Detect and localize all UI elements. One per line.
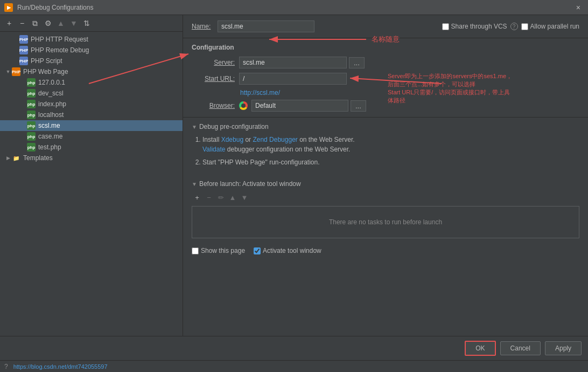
right-panel: Name: Share through VCS ? Allow parallel… — [183, 15, 588, 336]
debug-section: ▼ Debug pre-configuration Install Xdebug… — [183, 118, 588, 176]
url-link[interactable]: http://scsl.me/ — [240, 89, 579, 97]
ok-button[interactable]: OK — [465, 341, 495, 356]
collapse-arrow: ▼ — [192, 124, 197, 130]
tree-item-label: 127.0.0.1 — [38, 79, 65, 86]
php-icon: php — [27, 89, 36, 98]
server-row: Server: scsl.me ... — [192, 57, 579, 68]
expand-icon — [19, 111, 27, 119]
validate-link[interactable]: Validate — [202, 146, 225, 153]
zend-debugger-link[interactable]: Zend Debugger — [253, 136, 297, 143]
app-icon: ▶ — [4, 3, 13, 12]
left-toolbar: + − ⧉ ⚙ ▲ ▼ ⇅ — [0, 15, 183, 32]
move-down-button[interactable]: ▼ — [68, 17, 80, 29]
bl-edit-button[interactable]: ✏ — [215, 192, 226, 203]
tree-item-label: index.php — [38, 100, 66, 108]
before-launch-title: Before launch: Activate tool window — [199, 180, 301, 188]
debug-preconfiguration-header[interactable]: ▼ Debug pre-configuration — [192, 123, 579, 130]
php-icon: PHP — [19, 46, 28, 54]
activate-tool-input[interactable] — [254, 247, 261, 254]
xdebug-link[interactable]: Xdebug — [221, 136, 243, 143]
show-page-label: Show this page — [201, 247, 245, 254]
expand-icon — [12, 57, 19, 65]
apply-button[interactable]: Apply — [545, 341, 582, 355]
tree-item-templates[interactable]: ▶ 📁 Templates — [0, 153, 183, 163]
debug-steps: Install Xdebug or Zend Debugger on the W… — [192, 135, 579, 167]
config-section: Configuration Server: scsl.me ... — [183, 38, 588, 118]
tree-item-php-script[interactable]: PHP PHP Script — [0, 56, 183, 66]
activate-tool-checkbox[interactable]: Activate tool window — [254, 247, 321, 254]
before-launch-header[interactable]: ▼ Before launch: Activate tool window — [192, 180, 579, 188]
dialog-footer: OK Cancel Apply — [0, 336, 588, 360]
copy-config-button[interactable]: ⧉ — [29, 17, 41, 29]
share-vcs-checkbox[interactable]: Share through VCS — [442, 23, 507, 30]
browser-dots-button[interactable]: ... — [351, 100, 366, 112]
name-row: Name: Share through VCS ? Allow parallel… — [183, 15, 588, 38]
tree-item-localhost[interactable]: php localhost — [0, 109, 183, 120]
before-launch-toolbar: + − ✏ ▲ ▼ — [192, 192, 579, 203]
tree-item-index[interactable]: php index.php — [0, 99, 183, 109]
status-bar: ? https://blog.csdn.net/dmt742055597 — [0, 360, 588, 372]
config-tree: PHP PHP HTTP Request PHP PHP Remote Debu… — [0, 32, 183, 336]
expand-icon — [19, 143, 27, 151]
remove-config-button[interactable]: − — [16, 17, 28, 29]
show-page-checkbox[interactable]: Show this page — [192, 247, 245, 254]
move-up-button[interactable]: ▲ — [55, 17, 67, 29]
start-url-input[interactable] — [239, 73, 347, 85]
activate-tool-label: Activate tool window — [263, 247, 321, 254]
server-select-wrap: scsl.me — [239, 57, 347, 68]
title-bar: ▶ Run/Debug Configurations × — [0, 0, 588, 15]
browser-select-wrap: Default — [251, 100, 348, 112]
bl-up-button[interactable]: ▲ — [227, 192, 238, 203]
tree-item-php-http-request[interactable]: PHP PHP HTTP Request — [0, 34, 183, 45]
dialog-body: + − ⧉ ⚙ ▲ ▼ ⇅ PHP PHP HTTP Request PHP — [0, 15, 588, 336]
tree-item-label: localhost — [38, 111, 64, 119]
php-icon: php — [27, 100, 36, 108]
bl-down-button[interactable]: ▼ — [239, 192, 250, 203]
cancel-button[interactable]: Cancel — [500, 341, 541, 355]
share-vcs-help-icon[interactable]: ? — [510, 23, 518, 30]
add-config-button[interactable]: + — [3, 17, 15, 29]
tree-item-case-me[interactable]: php case.me — [0, 131, 183, 142]
close-button[interactable]: × — [573, 3, 584, 12]
php-icon: php — [27, 143, 36, 151]
browser-row: Browser: Default ... — [192, 100, 579, 112]
tree-item-dev-scsl[interactable]: php dev_scsl — [0, 88, 183, 99]
bl-remove-button[interactable]: − — [204, 192, 214, 203]
share-vcs-input[interactable] — [442, 23, 449, 30]
tree-item-label: PHP HTTP Request — [31, 36, 88, 43]
parallel-run-input[interactable] — [521, 23, 528, 30]
browser-label: Browser: — [192, 102, 235, 109]
server-dots-button[interactable]: ... — [349, 57, 365, 68]
bl-add-button[interactable]: + — [192, 192, 202, 203]
server-control: scsl.me ... — [239, 57, 365, 68]
sort-button[interactable]: ⇅ — [81, 17, 93, 29]
tree-item-label: dev_scsl — [38, 89, 64, 97]
name-label: Name: — [192, 23, 213, 30]
share-vcs-label: Share through VCS — [451, 23, 507, 30]
browser-select[interactable]: Default — [251, 100, 348, 112]
show-page-input[interactable] — [192, 247, 199, 254]
tree-item-label: PHP Web Page — [23, 68, 68, 75]
expand-icon — [19, 79, 27, 86]
php-icon: php — [27, 121, 36, 130]
tree-item-127[interactable]: php 127.0.0.1 — [0, 77, 183, 88]
server-select[interactable]: scsl.me — [239, 57, 347, 68]
start-url-label: Start URL: — [192, 75, 235, 82]
expand-icon: ▼ — [4, 68, 12, 75]
status-url[interactable]: https://blog.csdn.net/dmt742055597 — [13, 363, 108, 370]
settings-config-button[interactable]: ⚙ — [42, 17, 54, 29]
php-icon: php — [27, 78, 36, 87]
tree-item-scsl-me[interactable]: php scsl.me — [0, 120, 183, 131]
tree-item-label: scsl.me — [38, 122, 60, 129]
expand-icon — [12, 36, 19, 43]
name-input[interactable] — [218, 20, 314, 32]
tree-item-php-web-page[interactable]: ▼ PHP PHP Web Page — [0, 66, 183, 77]
before-launch-empty-text: There are no tasks to run before launch — [329, 218, 442, 226]
parallel-run-checkbox[interactable]: Allow parallel run — [521, 23, 579, 30]
vcs-section: Share through VCS ? Allow parallel run — [442, 23, 579, 30]
help-button[interactable]: ? — [4, 363, 8, 370]
expand-icon — [19, 122, 27, 129]
tree-item-label: PHP Remote Debug — [31, 46, 89, 54]
tree-item-test-php[interactable]: php test.php — [0, 142, 183, 153]
tree-item-php-remote-debug[interactable]: PHP PHP Remote Debug — [0, 45, 183, 56]
